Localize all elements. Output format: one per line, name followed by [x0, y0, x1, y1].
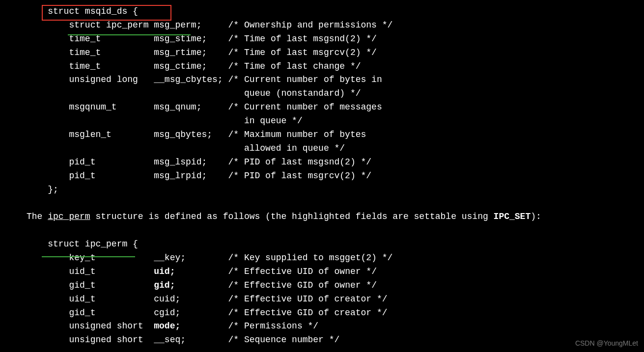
watermark: CSDN @YoungMLet: [575, 338, 638, 349]
underline-green-1: [68, 34, 191, 35]
manpage-content: struct msqid_ds { struct ipc_perm msg_pe…: [0, 0, 644, 347]
underline-green-2: [42, 256, 135, 257]
